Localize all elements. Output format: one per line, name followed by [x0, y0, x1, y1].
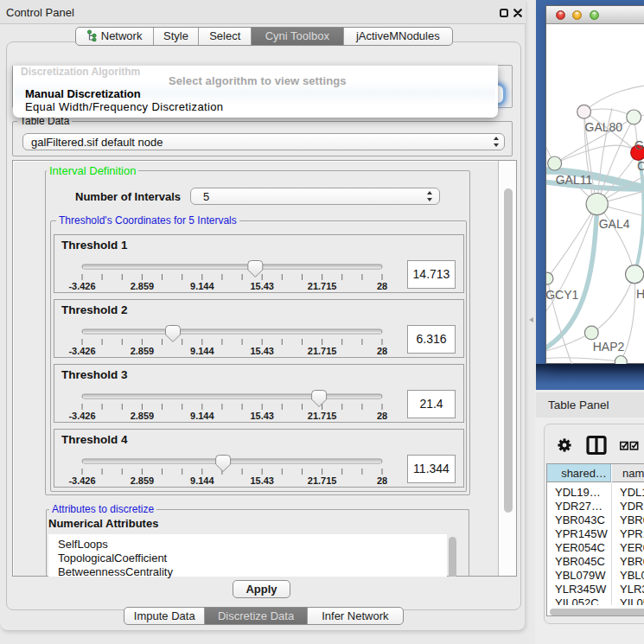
svg-text:H: H	[636, 287, 644, 301]
svg-text:9.144: 9.144	[190, 346, 214, 356]
svg-text:15.43: 15.43	[250, 475, 274, 486]
svg-text:9.144: 9.144	[190, 281, 214, 291]
svg-text:GAL11: GAL11	[556, 173, 593, 187]
svg-text:28: 28	[377, 411, 387, 421]
svg-text:2.859: 2.859	[131, 411, 155, 421]
svg-text:2.859: 2.859	[131, 475, 155, 486]
svg-text:15.43: 15.43	[250, 346, 274, 356]
svg-text:G.: G.	[634, 138, 644, 152]
svg-text:-3.426: -3.426	[68, 346, 95, 356]
svg-text:21.715: 21.715	[308, 281, 337, 291]
svg-text:28: 28	[377, 475, 387, 486]
svg-text:C: C	[637, 159, 644, 173]
svg-text:15.43: 15.43	[250, 411, 274, 421]
svg-text:9.144: 9.144	[190, 475, 214, 486]
svg-text:28: 28	[377, 281, 387, 291]
svg-text:2.859: 2.859	[131, 281, 155, 291]
svg-text:HAP2: HAP2	[593, 340, 625, 354]
svg-text:GCY1: GCY1	[546, 288, 579, 302]
svg-text:2.859: 2.859	[131, 346, 155, 356]
svg-text:GAL80: GAL80	[585, 120, 623, 134]
svg-text:-3.426: -3.426	[68, 411, 95, 421]
svg-text:-3.426: -3.426	[68, 281, 95, 291]
svg-text:GAL4: GAL4	[599, 217, 630, 231]
svg-text:21.715: 21.715	[308, 475, 337, 486]
svg-text:9.144: 9.144	[190, 411, 214, 421]
svg-text:21.715: 21.715	[308, 411, 337, 421]
svg-text:28: 28	[377, 346, 387, 356]
svg-text:15.43: 15.43	[250, 281, 274, 291]
svg-text:-3.426: -3.426	[68, 475, 95, 486]
svg-text:21.715: 21.715	[308, 346, 337, 356]
